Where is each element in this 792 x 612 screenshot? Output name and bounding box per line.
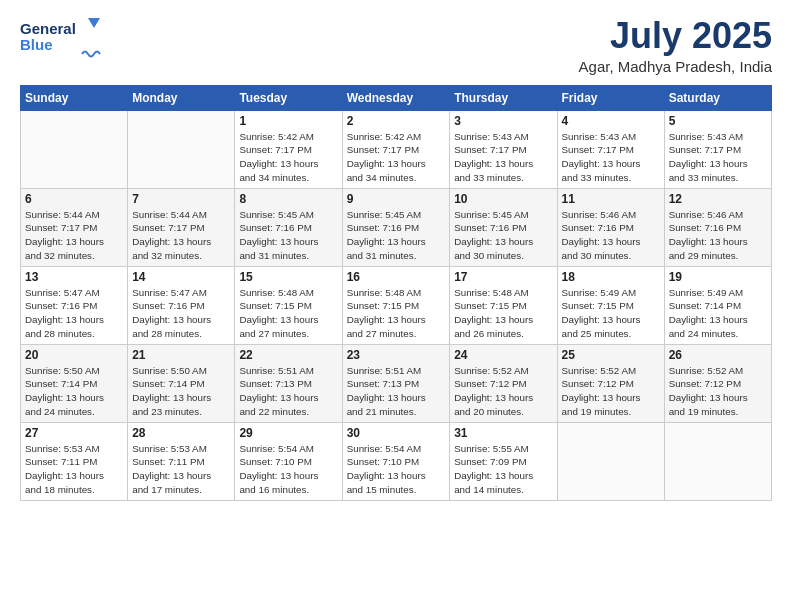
day-info: Sunrise: 5:43 AM Sunset: 7:17 PM Dayligh… [454, 130, 552, 185]
day-info: Sunrise: 5:45 AM Sunset: 7:16 PM Dayligh… [347, 208, 446, 263]
day-number: 17 [454, 270, 552, 284]
day-number: 27 [25, 426, 123, 440]
calendar-cell: 10Sunrise: 5:45 AM Sunset: 7:16 PM Dayli… [450, 188, 557, 266]
day-number: 19 [669, 270, 767, 284]
day-info: Sunrise: 5:55 AM Sunset: 7:09 PM Dayligh… [454, 442, 552, 497]
day-info: Sunrise: 5:49 AM Sunset: 7:15 PM Dayligh… [562, 286, 660, 341]
day-info: Sunrise: 5:45 AM Sunset: 7:16 PM Dayligh… [454, 208, 552, 263]
calendar-cell: 24Sunrise: 5:52 AM Sunset: 7:12 PM Dayli… [450, 344, 557, 422]
day-number: 30 [347, 426, 446, 440]
col-tuesday: Tuesday [235, 85, 342, 110]
calendar-cell: 29Sunrise: 5:54 AM Sunset: 7:10 PM Dayli… [235, 422, 342, 500]
col-wednesday: Wednesday [342, 85, 450, 110]
col-saturday: Saturday [664, 85, 771, 110]
day-info: Sunrise: 5:44 AM Sunset: 7:17 PM Dayligh… [132, 208, 230, 263]
day-number: 11 [562, 192, 660, 206]
day-number: 14 [132, 270, 230, 284]
header: General Blue July 2025 Agar, Madhya Prad… [20, 16, 772, 75]
calendar-cell: 27Sunrise: 5:53 AM Sunset: 7:11 PM Dayli… [21, 422, 128, 500]
calendar-cell: 25Sunrise: 5:52 AM Sunset: 7:12 PM Dayli… [557, 344, 664, 422]
day-info: Sunrise: 5:48 AM Sunset: 7:15 PM Dayligh… [347, 286, 446, 341]
calendar-cell: 22Sunrise: 5:51 AM Sunset: 7:13 PM Dayli… [235, 344, 342, 422]
day-number: 12 [669, 192, 767, 206]
calendar-week-row: 13Sunrise: 5:47 AM Sunset: 7:16 PM Dayli… [21, 266, 772, 344]
day-number: 21 [132, 348, 230, 362]
calendar-cell [664, 422, 771, 500]
calendar-week-row: 20Sunrise: 5:50 AM Sunset: 7:14 PM Dayli… [21, 344, 772, 422]
calendar-cell: 18Sunrise: 5:49 AM Sunset: 7:15 PM Dayli… [557, 266, 664, 344]
calendar-cell: 17Sunrise: 5:48 AM Sunset: 7:15 PM Dayli… [450, 266, 557, 344]
calendar-cell: 13Sunrise: 5:47 AM Sunset: 7:16 PM Dayli… [21, 266, 128, 344]
day-info: Sunrise: 5:43 AM Sunset: 7:17 PM Dayligh… [669, 130, 767, 185]
day-number: 8 [239, 192, 337, 206]
calendar-cell [21, 110, 128, 188]
day-info: Sunrise: 5:50 AM Sunset: 7:14 PM Dayligh… [132, 364, 230, 419]
calendar-cell: 15Sunrise: 5:48 AM Sunset: 7:15 PM Dayli… [235, 266, 342, 344]
day-info: Sunrise: 5:50 AM Sunset: 7:14 PM Dayligh… [25, 364, 123, 419]
day-info: Sunrise: 5:51 AM Sunset: 7:13 PM Dayligh… [239, 364, 337, 419]
day-info: Sunrise: 5:45 AM Sunset: 7:16 PM Dayligh… [239, 208, 337, 263]
day-info: Sunrise: 5:52 AM Sunset: 7:12 PM Dayligh… [454, 364, 552, 419]
calendar-cell: 7Sunrise: 5:44 AM Sunset: 7:17 PM Daylig… [128, 188, 235, 266]
col-monday: Monday [128, 85, 235, 110]
calendar-cell: 26Sunrise: 5:52 AM Sunset: 7:12 PM Dayli… [664, 344, 771, 422]
day-info: Sunrise: 5:53 AM Sunset: 7:11 PM Dayligh… [25, 442, 123, 497]
day-number: 4 [562, 114, 660, 128]
calendar-cell: 23Sunrise: 5:51 AM Sunset: 7:13 PM Dayli… [342, 344, 450, 422]
day-number: 13 [25, 270, 123, 284]
day-info: Sunrise: 5:47 AM Sunset: 7:16 PM Dayligh… [25, 286, 123, 341]
day-number: 3 [454, 114, 552, 128]
calendar-header-row: Sunday Monday Tuesday Wednesday Thursday… [21, 85, 772, 110]
col-thursday: Thursday [450, 85, 557, 110]
calendar-week-row: 27Sunrise: 5:53 AM Sunset: 7:11 PM Dayli… [21, 422, 772, 500]
logo-svg: General Blue [20, 16, 110, 58]
day-number: 7 [132, 192, 230, 206]
day-number: 15 [239, 270, 337, 284]
location: Agar, Madhya Pradesh, India [579, 58, 772, 75]
day-info: Sunrise: 5:42 AM Sunset: 7:17 PM Dayligh… [239, 130, 337, 185]
logo: General Blue [20, 16, 110, 58]
day-info: Sunrise: 5:47 AM Sunset: 7:16 PM Dayligh… [132, 286, 230, 341]
calendar-cell: 2Sunrise: 5:42 AM Sunset: 7:17 PM Daylig… [342, 110, 450, 188]
col-sunday: Sunday [21, 85, 128, 110]
svg-marker-2 [88, 18, 100, 28]
calendar-week-row: 1Sunrise: 5:42 AM Sunset: 7:17 PM Daylig… [21, 110, 772, 188]
calendar-cell: 30Sunrise: 5:54 AM Sunset: 7:10 PM Dayli… [342, 422, 450, 500]
calendar-cell: 12Sunrise: 5:46 AM Sunset: 7:16 PM Dayli… [664, 188, 771, 266]
calendar-week-row: 6Sunrise: 5:44 AM Sunset: 7:17 PM Daylig… [21, 188, 772, 266]
day-number: 31 [454, 426, 552, 440]
day-info: Sunrise: 5:54 AM Sunset: 7:10 PM Dayligh… [239, 442, 337, 497]
calendar-cell: 19Sunrise: 5:49 AM Sunset: 7:14 PM Dayli… [664, 266, 771, 344]
calendar-cell: 31Sunrise: 5:55 AM Sunset: 7:09 PM Dayli… [450, 422, 557, 500]
calendar-table: Sunday Monday Tuesday Wednesday Thursday… [20, 85, 772, 501]
day-number: 22 [239, 348, 337, 362]
svg-text:Blue: Blue [20, 36, 53, 53]
month-title: July 2025 [579, 16, 772, 56]
calendar-cell: 20Sunrise: 5:50 AM Sunset: 7:14 PM Dayli… [21, 344, 128, 422]
day-number: 2 [347, 114, 446, 128]
calendar-cell: 11Sunrise: 5:46 AM Sunset: 7:16 PM Dayli… [557, 188, 664, 266]
day-info: Sunrise: 5:44 AM Sunset: 7:17 PM Dayligh… [25, 208, 123, 263]
calendar-cell: 3Sunrise: 5:43 AM Sunset: 7:17 PM Daylig… [450, 110, 557, 188]
calendar-cell [128, 110, 235, 188]
day-info: Sunrise: 5:52 AM Sunset: 7:12 PM Dayligh… [562, 364, 660, 419]
day-info: Sunrise: 5:52 AM Sunset: 7:12 PM Dayligh… [669, 364, 767, 419]
calendar-cell: 5Sunrise: 5:43 AM Sunset: 7:17 PM Daylig… [664, 110, 771, 188]
day-number: 6 [25, 192, 123, 206]
day-info: Sunrise: 5:48 AM Sunset: 7:15 PM Dayligh… [454, 286, 552, 341]
calendar-cell: 16Sunrise: 5:48 AM Sunset: 7:15 PM Dayli… [342, 266, 450, 344]
day-info: Sunrise: 5:46 AM Sunset: 7:16 PM Dayligh… [562, 208, 660, 263]
day-number: 26 [669, 348, 767, 362]
page: General Blue July 2025 Agar, Madhya Prad… [0, 0, 792, 511]
day-number: 5 [669, 114, 767, 128]
day-number: 1 [239, 114, 337, 128]
calendar-cell: 9Sunrise: 5:45 AM Sunset: 7:16 PM Daylig… [342, 188, 450, 266]
day-info: Sunrise: 5:46 AM Sunset: 7:16 PM Dayligh… [669, 208, 767, 263]
title-section: July 2025 Agar, Madhya Pradesh, India [579, 16, 772, 75]
calendar-cell: 28Sunrise: 5:53 AM Sunset: 7:11 PM Dayli… [128, 422, 235, 500]
calendar-cell: 4Sunrise: 5:43 AM Sunset: 7:17 PM Daylig… [557, 110, 664, 188]
svg-text:General: General [20, 20, 76, 37]
day-number: 16 [347, 270, 446, 284]
day-info: Sunrise: 5:42 AM Sunset: 7:17 PM Dayligh… [347, 130, 446, 185]
day-number: 18 [562, 270, 660, 284]
